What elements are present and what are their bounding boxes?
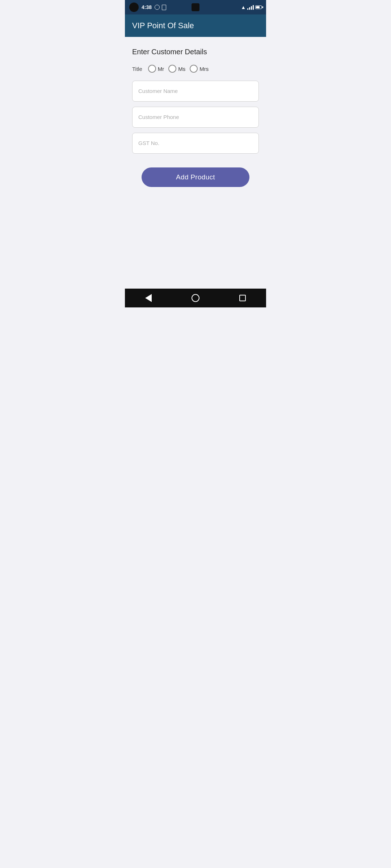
battery-icon xyxy=(255,5,262,9)
radio-mrs-label: Mrs xyxy=(199,66,209,72)
center-dot-icon xyxy=(192,3,199,11)
gst-input[interactable] xyxy=(132,133,259,154)
add-product-button[interactable]: Add Product xyxy=(142,167,249,187)
recents-icon xyxy=(239,295,246,301)
radio-mr-circle[interactable] xyxy=(148,65,156,73)
status-center-icon xyxy=(192,3,199,11)
clipboard-icon xyxy=(162,5,166,10)
app-bar: VIP Point Of Sale xyxy=(125,14,266,37)
nav-bar xyxy=(125,289,266,307)
main-content: Enter Customer Details Title Mr Ms Mrs A… xyxy=(125,37,266,289)
customer-name-input[interactable] xyxy=(132,81,259,102)
section-title: Enter Customer Details xyxy=(132,48,259,56)
recents-button[interactable] xyxy=(238,294,247,302)
wifi-icon: ▲ xyxy=(241,4,246,10)
status-right-icons: ▲ xyxy=(241,4,262,10)
radio-ms-label: Ms xyxy=(178,66,185,72)
back-button[interactable] xyxy=(144,294,153,302)
radio-mr-label: Mr xyxy=(158,66,164,72)
title-label: Title xyxy=(132,66,142,72)
status-time: 4:38 xyxy=(142,4,152,10)
radio-mrs-circle[interactable] xyxy=(190,65,198,73)
status-left: 4:38 xyxy=(129,3,166,12)
title-row: Title Mr Ms Mrs xyxy=(132,65,259,73)
notification-icons xyxy=(155,5,166,10)
back-icon xyxy=(145,294,152,302)
app-title: VIP Point Of Sale xyxy=(132,21,194,30)
signal-icon xyxy=(247,5,254,10)
radio-option-mrs[interactable]: Mrs xyxy=(190,65,209,73)
camera-icon xyxy=(129,3,139,12)
home-button[interactable] xyxy=(191,294,200,302)
radio-option-ms[interactable]: Ms xyxy=(168,65,185,73)
status-bar: 4:38 ▲ xyxy=(125,0,266,14)
radio-ms-circle[interactable] xyxy=(168,65,176,73)
radio-option-mr[interactable]: Mr xyxy=(148,65,164,73)
notification-circle-icon xyxy=(155,5,160,10)
home-icon xyxy=(192,294,199,302)
customer-phone-input[interactable] xyxy=(132,107,259,128)
